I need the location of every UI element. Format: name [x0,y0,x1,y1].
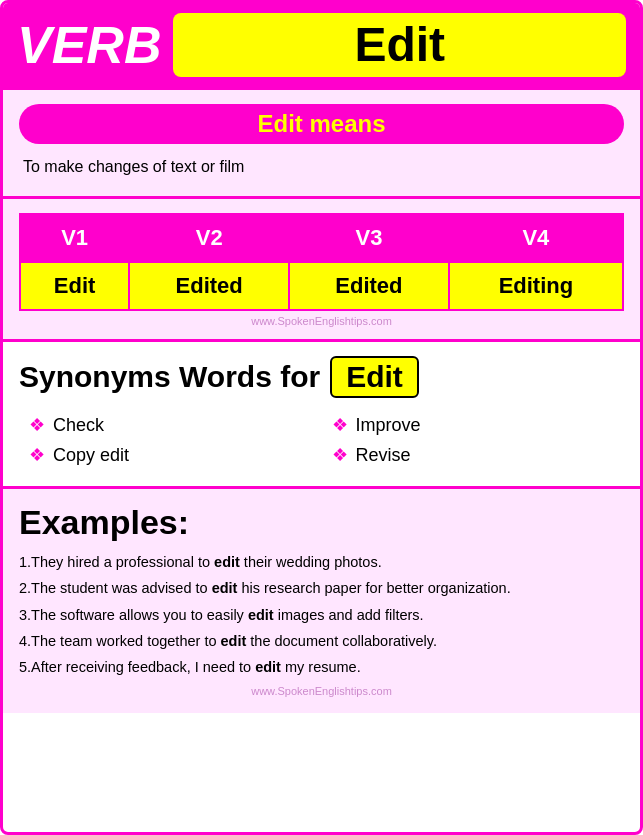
example-2: 2.The student was advised to edit his re… [19,578,624,598]
means-title: Edit means [257,110,385,137]
synonyms-title-text: Synonyms Words for [19,360,320,394]
synonym-text-1: Check [53,415,104,436]
col-v2: V2 [129,214,289,262]
header-word: Edit [354,18,445,71]
val-v2: Edited [129,262,289,310]
synonym-item-copy-edit: ❖ Copy edit [29,444,312,466]
val-v3: Edited [289,262,449,310]
verb-table: V1 V2 V3 V4 Edit Edited Edited Editing [19,213,624,311]
diamond-icon-4: ❖ [332,444,348,466]
examples-section: Examples: 1.They hired a professional to… [3,486,640,713]
val-v1: Edit [20,262,129,310]
diamond-icon-1: ❖ [29,414,45,436]
synonym-item-revise: ❖ Revise [332,444,615,466]
table-section: V1 V2 V3 V4 Edit Edited Edited Editing w… [3,196,640,339]
means-definition: To make changes of text or film [19,156,624,178]
synonyms-list: ❖ Check ❖ Improve ❖ Copy edit ❖ Revise [19,414,624,466]
col-v4: V4 [449,214,623,262]
synonym-text-3: Copy edit [53,445,129,466]
synonym-item-improve: ❖ Improve [332,414,615,436]
synonym-text-4: Revise [356,445,411,466]
diamond-icon-2: ❖ [332,414,348,436]
col-v1: V1 [20,214,129,262]
means-title-box: Edit means [19,104,624,144]
synonyms-word-box: Edit [330,356,419,398]
example-3: 3.The software allows you to easily edit… [19,605,624,625]
example-1: 1.They hired a professional to edit thei… [19,552,624,572]
col-v3: V3 [289,214,449,262]
examples-list: 1.They hired a professional to edit thei… [19,552,624,677]
means-suffix: means [303,110,386,137]
synonyms-title-row: Synonyms Words for Edit [19,356,624,398]
example-5: 5.After receiving feedback, I need to ed… [19,657,624,677]
example-4: 4.The team worked together to edit the d… [19,631,624,651]
means-section: Edit means To make changes of text or fi… [3,87,640,196]
table-watermark: www.SpokenEnglishtips.com [19,315,624,333]
means-highlight: Edit [257,110,302,137]
synonym-text-2: Improve [356,415,421,436]
synonyms-section: Synonyms Words for Edit ❖ Check ❖ Improv… [3,339,640,486]
examples-title: Examples: [19,503,624,542]
examples-watermark: www.SpokenEnglishtips.com [19,685,624,697]
synonyms-word: Edit [346,360,403,393]
verb-label: VERB [17,19,161,71]
diamond-icon-3: ❖ [29,444,45,466]
header: VERB Edit [3,3,640,87]
synonym-item-check: ❖ Check [29,414,312,436]
header-word-box: Edit [173,13,626,77]
val-v4: Editing [449,262,623,310]
